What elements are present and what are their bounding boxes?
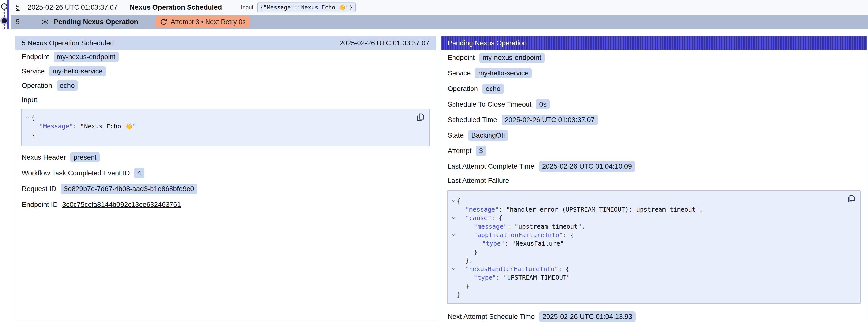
json-code-line: }: [24, 131, 414, 139]
event-detail-panel: 5 Nexus Operation Scheduled 2025-02-26 U…: [15, 36, 436, 320]
json-code-text: "cause": {: [457, 215, 503, 222]
timeline-node-open-icon[interactable]: [1, 3, 7, 10]
pending-row-schedule-to-close-timeout: Schedule To Close Timeout 0s: [441, 96, 867, 112]
event-id-link[interactable]: 5: [16, 3, 20, 11]
detail-row-endpoint-id: Endpoint ID 3c0c75ccfa8144b092c13ce63246…: [15, 197, 436, 213]
pending-operation-panel-header: Pending Nexus Operation: [441, 36, 867, 50]
pending-row-operation: Operation echo: [441, 81, 867, 96]
nexus-header-badge: present: [70, 152, 100, 162]
pending-row-attempt: Attempt 3: [441, 143, 867, 159]
json-code-line: "Message": "Nexus Echo 👋": [24, 122, 414, 131]
pending-row-next-attempt-schedule-time: Next Attempt Schedule Time 2025-02-26 UT…: [441, 309, 867, 322]
json-code-line: "type": "NexusFailure": [450, 239, 845, 248]
copy-failure-button[interactable]: [846, 194, 856, 204]
json-code-text: "nexusHandlerFailureInfo": {: [457, 265, 569, 273]
last-attempt-failure-label: Last Attempt Failure: [441, 174, 867, 187]
attempt-badge: 3: [476, 146, 486, 156]
operation-badge: echo: [57, 80, 78, 91]
detail-row-request-id: Request ID 3e829b7e-7d67-4b08-aad3-b1e86…: [15, 181, 436, 197]
pending-row-last-attempt-complete-time: Last Attempt Complete Time 2025-02-26 UT…: [441, 159, 867, 174]
collapse-chevron-icon[interactable]: [450, 216, 457, 220]
pending-operation-name: Pending Nexus Operation: [54, 18, 138, 26]
pending-panel-title: Pending Nexus Operation: [447, 39, 527, 47]
detail-row-service: Service my-hello-service: [15, 64, 436, 78]
event-summary-row[interactable]: 5 2025-02-26 UTC 01:03:37.07 Nexus Opera…: [11, 0, 868, 15]
json-code-text: {: [31, 114, 35, 121]
operation-badge: echo: [483, 84, 504, 94]
scheduled-time-badge: 2025-02-26 UTC 01:03:37.07: [502, 115, 598, 125]
input-json-viewer: {"Message": "Nexus Echo 👋"}: [21, 109, 430, 147]
json-code-line: {: [24, 113, 414, 122]
detail-row-wft-completed-event-id: Workflow Task Completed Event ID 4: [15, 165, 436, 181]
service-badge: my-hello-service: [475, 68, 532, 78]
json-code-text: "Message": "Nexus Echo 👋": [31, 123, 136, 130]
pending-operation-row[interactable]: 5 Pending Nexus Operation Attempt 3 • Ne…: [11, 15, 868, 29]
pending-row-service: Service my-hello-service: [441, 65, 867, 81]
json-code-text: "message": "handler error (UPSTREAM_TIME…: [457, 206, 703, 213]
collapse-chevron-icon[interactable]: [450, 267, 457, 271]
json-code-text: "message": "upstream timeout",: [457, 223, 585, 230]
json-code-line: "type": "UPSTREAM_TIMEOUT": [450, 273, 845, 282]
endpoint-badge: my-nexus-endpoint: [479, 53, 545, 63]
json-code-line: {: [450, 197, 845, 205]
pending-row-endpoint: Endpoint my-nexus-endpoint: [441, 50, 867, 65]
json-code-text: },: [457, 257, 473, 264]
endpoint-id-link[interactable]: 3c0c75ccfa8144b092c13ce632463761: [62, 201, 181, 208]
event-input-label: Input: [241, 4, 253, 11]
retry-icon: [160, 18, 167, 26]
detail-row-operation: Operation echo: [15, 78, 436, 93]
event-timestamp: 2025-02-26 UTC 01:03:37.07: [28, 3, 118, 11]
json-code-text: }: [457, 249, 477, 256]
json-code-line: "nexusHandlerFailureInfo": {: [450, 265, 845, 273]
event-input-preview[interactable]: {"Message":"Nexus Echo 👋"}: [257, 3, 355, 12]
service-badge: my-hello-service: [49, 66, 106, 76]
json-code-line: "message": "upstream timeout",: [450, 222, 845, 231]
event-detail-panel-header: 5 Nexus Operation Scheduled 2025-02-26 U…: [15, 36, 436, 50]
pending-row-state: State BackingOff: [441, 127, 867, 143]
json-code-text: }: [31, 132, 35, 139]
next-attempt-schedule-time-badge: 2025-02-26 UTC 01:04:13.93: [539, 312, 636, 322]
endpoint-badge: my-nexus-endpoint: [54, 52, 119, 62]
json-code-line: },: [450, 256, 845, 265]
schedule-to-close-timeout-badge: 0s: [536, 99, 550, 109]
json-code-text: "type": "NexusFailure": [457, 240, 564, 247]
request-id-badge: 3e829b7e-7d67-4b08-aad3-b1e868bfe9e0: [61, 184, 197, 194]
detail-row-endpoint: Endpoint my-nexus-endpoint: [15, 50, 436, 64]
json-code-text: }: [457, 291, 461, 298]
retry-badge-text: Attempt 3 • Next Retry 0s: [171, 18, 246, 26]
event-name: Nexus Operation Scheduled: [130, 3, 222, 11]
last-attempt-complete-time-badge: 2025-02-26 UTC 01:04:10.09: [539, 161, 635, 171]
copy-icon: [416, 112, 425, 122]
state-badge: BackingOff: [468, 130, 508, 140]
event-detail-timestamp: 2025-02-26 UTC 01:03:37.07: [340, 39, 429, 47]
detail-row-nexus-header: Nexus Header present: [15, 150, 436, 165]
json-code-line: }: [450, 248, 845, 256]
json-code-line: "message": "handler error (UPSTREAM_TIME…: [450, 205, 845, 214]
json-code-text: "type": "UPSTREAM_TIMEOUT": [457, 274, 570, 281]
copy-icon: [846, 194, 856, 203]
timeline-active-bar: [7, 0, 9, 29]
timeline-node-selected-icon[interactable]: [2, 18, 7, 24]
copy-input-button[interactable]: [415, 112, 425, 122]
failure-json-viewer: {"message": "handler error (UPSTREAM_TIM…: [447, 190, 861, 304]
json-code-text: }: [457, 283, 469, 290]
retry-status-badge: Attempt 3 • Next Retry 0s: [155, 16, 250, 28]
json-code-text: "applicationFailureInfo": {: [457, 231, 574, 239]
collapse-chevron-icon[interactable]: [450, 233, 457, 237]
wft-completed-event-id-badge: 4: [134, 168, 145, 178]
json-code-text: {: [457, 197, 461, 205]
collapse-chevron-icon[interactable]: [450, 199, 457, 203]
pending-row-scheduled-time: Scheduled Time 2025-02-26 UTC 01:03:37.0…: [441, 112, 867, 127]
json-code-line: "cause": {: [450, 214, 845, 222]
json-code-line: }: [450, 290, 845, 299]
input-section-label: Input: [15, 93, 436, 107]
json-code-line: }: [450, 282, 845, 290]
pending-asterisk-icon: [41, 18, 49, 26]
collapse-chevron-icon[interactable]: [24, 116, 31, 120]
pending-operation-panel: Pending Nexus Operation Endpoint my-nexu…: [441, 36, 867, 322]
json-code-line: "applicationFailureInfo": {: [450, 231, 845, 239]
pending-event-id-link[interactable]: 5: [16, 18, 20, 26]
event-detail-title: 5 Nexus Operation Scheduled: [22, 39, 114, 47]
